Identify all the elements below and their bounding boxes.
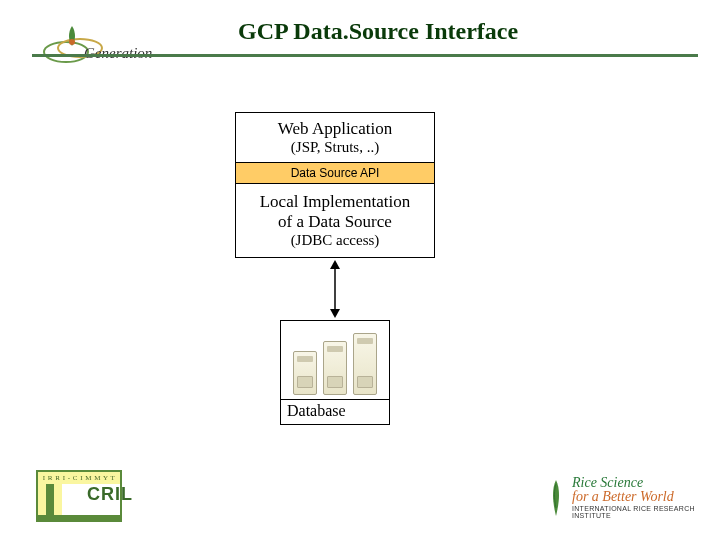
server-icon <box>293 351 317 395</box>
slide-header: Generation GCP Data.Source Interface <box>0 0 720 78</box>
server-icon <box>353 333 377 395</box>
cril-text: CRIL <box>87 484 95 505</box>
web-app-title: Web Application <box>240 119 430 139</box>
svg-marker-5 <box>330 309 340 318</box>
cril-top-label: I R R I - C I M M Y T <box>38 472 120 484</box>
bidirectional-connector <box>235 258 435 320</box>
generation-logo-text: Generation <box>84 45 152 61</box>
generation-logo-mark-icon: Generation <box>38 18 158 72</box>
rice-line3: INTERNATIONAL RICE RESEARCH INSTITUTE <box>572 505 696 519</box>
rice-line1: Rice Science <box>572 476 696 490</box>
slide-title: GCP Data.Source Interface <box>238 18 518 45</box>
web-app-subtitle: (JSP, Struts, ..) <box>240 139 430 156</box>
local-implementation-box: Local Implementation of a Data Source (J… <box>235 184 435 258</box>
server-cluster-icon <box>281 321 389 399</box>
title-underline <box>32 54 698 57</box>
double-arrow-icon <box>328 260 342 318</box>
slide-footer: I R R I - C I M M Y T CRIL <box>0 470 720 530</box>
cril-seeds-icon <box>87 505 95 515</box>
database-box: Database <box>280 320 390 425</box>
svg-point-0 <box>44 42 88 62</box>
local-impl-line3: (JDBC access) <box>240 232 430 249</box>
data-source-api-band: Data Source API <box>235 163 435 184</box>
local-impl-line2: of a Data Source <box>240 212 430 232</box>
architecture-diagram: Web Application (JSP, Struts, ..) Data S… <box>235 112 435 425</box>
generation-logo: Generation <box>38 18 158 72</box>
server-icon <box>323 341 347 395</box>
cril-logo: I R R I - C I M M Y T CRIL <box>36 470 122 522</box>
cril-bars-icon: CRIL <box>38 484 120 515</box>
local-impl-line1: Local Implementation <box>240 192 430 212</box>
rice-line2: for a Better World <box>572 490 696 504</box>
svg-marker-4 <box>330 260 340 269</box>
svg-point-2 <box>69 39 75 45</box>
web-application-box: Web Application (JSP, Struts, ..) <box>235 112 435 163</box>
database-label: Database <box>281 399 389 424</box>
rice-plant-icon <box>546 478 566 518</box>
rice-science-logo: Rice Science for a Better World INTERNAT… <box>546 476 696 520</box>
